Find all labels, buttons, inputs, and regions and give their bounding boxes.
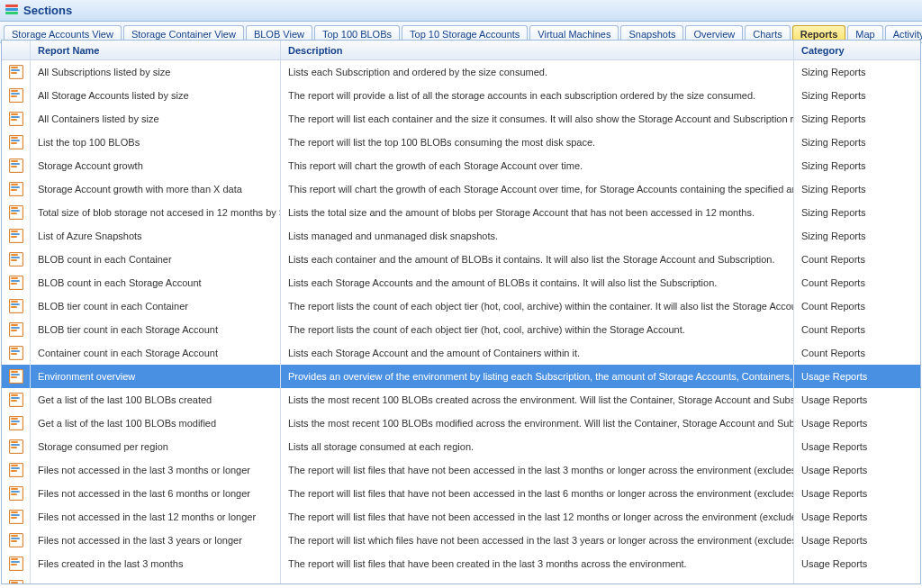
cell-description: The report will list files that have bee…: [281, 552, 794, 575]
cell-description: The report will list files that have not…: [281, 505, 794, 529]
cell-report-name: Storage Account growth with more than X …: [31, 177, 281, 201]
report-icon: [2, 177, 31, 201]
cell-report-name: BLOB count in each Container: [31, 248, 281, 271]
table-row[interactable]: Files created in the last 3 monthsThe re…: [2, 552, 920, 575]
report-icon: [2, 575, 31, 583]
cell-report-name: List the top 100 BLOBs: [31, 131, 281, 154]
cell-category: Usage Reports: [794, 529, 920, 552]
cell-category: Sizing Reports: [794, 60, 920, 84]
cell-description: Lists each container and the amount of B…: [281, 248, 794, 271]
cell-description: This report will chart the growth of eac…: [281, 177, 794, 201]
report-icon: [2, 365, 31, 388]
table-row[interactable]: BLOB tier count in each ContainerThe rep…: [2, 294, 920, 318]
cell-report-name: Environment overview: [31, 365, 281, 388]
cell-description: The report will list each container and …: [281, 107, 794, 131]
cell-category: Count Reports: [794, 318, 920, 341]
column-header-name[interactable]: Report Name: [31, 41, 281, 59]
cell-description: Lists managed and unmanaged disk snapsho…: [281, 224, 794, 248]
report-icon: [2, 60, 31, 84]
cell-category: Sizing Reports: [794, 84, 920, 107]
column-header-category[interactable]: Category: [794, 41, 920, 59]
cell-report-name: List of Azure Snapshots: [31, 224, 281, 248]
column-header-icon[interactable]: [2, 41, 31, 59]
cell-report-name: Files created in the last 6 months: [31, 575, 281, 583]
report-icon: [2, 131, 31, 154]
report-icon: [2, 84, 31, 107]
table-row[interactable]: Get a list of the last 100 BLOBs created…: [2, 388, 920, 412]
cell-description: This report will chart the growth of eac…: [281, 154, 794, 177]
cell-category: Count Reports: [794, 271, 920, 294]
cell-category: Usage Reports: [794, 365, 920, 388]
cell-category: Sizing Reports: [794, 201, 920, 224]
cell-report-name: All Containers listed by size: [31, 107, 281, 131]
table-row[interactable]: Environment overviewProvides an overview…: [2, 365, 920, 388]
cell-category: Sizing Reports: [794, 154, 920, 177]
table-row[interactable]: All Storage Accounts listed by sizeThe r…: [2, 84, 920, 107]
cell-report-name: All Storage Accounts listed by size: [31, 84, 281, 107]
table-row[interactable]: BLOB count in each ContainerLists each c…: [2, 248, 920, 271]
table-row[interactable]: List the top 100 BLOBsThe report will li…: [2, 131, 920, 154]
cell-category: Usage Reports: [794, 575, 920, 583]
table-row[interactable]: Storage consumed per regionLists all sto…: [2, 435, 920, 458]
cell-category: Count Reports: [794, 341, 920, 365]
column-header-description[interactable]: Description: [281, 41, 794, 59]
app-icon: [5, 5, 18, 17]
cell-description: The report will list the top 100 BLOBs c…: [281, 131, 794, 154]
cell-category: Usage Reports: [794, 388, 920, 412]
cell-description: Lists each Storage Accounts and the amou…: [281, 271, 794, 294]
table-row[interactable]: Files created in the last 6 monthsThe re…: [2, 575, 920, 583]
cell-description: Provides an overview of the environment …: [281, 365, 794, 388]
table-row[interactable]: Get a list of the last 100 BLOBs modifie…: [2, 412, 920, 435]
table-row[interactable]: Files not accessed in the last 3 years o…: [2, 529, 920, 552]
table-row[interactable]: All Subscriptions listed by sizeLists ea…: [2, 60, 920, 84]
table-row[interactable]: All Containers listed by sizeThe report …: [2, 107, 920, 131]
cell-category: Sizing Reports: [794, 107, 920, 131]
cell-description: Lists the most recent 100 BLOBs modified…: [281, 412, 794, 435]
report-icon: [2, 248, 31, 271]
cell-category: Usage Reports: [794, 552, 920, 575]
window-title: Sections: [23, 4, 72, 17]
report-icon: [2, 458, 31, 482]
cell-category: Sizing Reports: [794, 177, 920, 201]
report-icon: [2, 529, 31, 552]
table-row[interactable]: BLOB tier count in each Storage AccountT…: [2, 318, 920, 341]
table-row[interactable]: Files not accessed in the last 3 months …: [2, 458, 920, 482]
report-icon: [2, 505, 31, 529]
table-row[interactable]: BLOB count in each Storage AccountLists …: [2, 271, 920, 294]
report-icon: [2, 154, 31, 177]
reports-grid: Report Name Description Category All Sub…: [1, 40, 921, 584]
cell-report-name: Storage consumed per region: [31, 435, 281, 458]
cell-report-name: BLOB tier count in each Storage Account: [31, 318, 281, 341]
cell-description: The report lists the count of each objec…: [281, 318, 794, 341]
cell-category: Usage Reports: [794, 505, 920, 529]
table-row[interactable]: List of Azure SnapshotsLists managed and…: [2, 224, 920, 248]
report-icon: [2, 482, 31, 505]
table-row[interactable]: Files not accessed in the last 6 months …: [2, 482, 920, 505]
table-row[interactable]: Container count in each Storage AccountL…: [2, 341, 920, 365]
cell-report-name: Files not accessed in the last 12 months…: [31, 505, 281, 529]
table-row[interactable]: Storage Account growthThis report will c…: [2, 154, 920, 177]
cell-description: The report will provide a list of all th…: [281, 84, 794, 107]
cell-category: Usage Reports: [794, 412, 920, 435]
report-icon: [2, 294, 31, 318]
cell-description: Lists all storage consumed at each regio…: [281, 435, 794, 458]
cell-description: Lists the total size and the amount of b…: [281, 201, 794, 224]
table-row[interactable]: Storage Account growth with more than X …: [2, 177, 920, 201]
cell-report-name: Files created in the last 3 months: [31, 552, 281, 575]
cell-category: Usage Reports: [794, 435, 920, 458]
cell-report-name: Files not accessed in the last 3 months …: [31, 458, 281, 482]
cell-description: The report will list files that have not…: [281, 482, 794, 505]
cell-description: The report lists the count of each objec…: [281, 294, 794, 318]
grid-body[interactable]: All Subscriptions listed by sizeLists ea…: [2, 60, 920, 583]
report-icon: [2, 552, 31, 575]
report-icon: [2, 412, 31, 435]
report-icon: [2, 388, 31, 412]
cell-description: Lists the most recent 100 BLOBs created …: [281, 388, 794, 412]
table-row[interactable]: Files not accessed in the last 12 months…: [2, 505, 920, 529]
table-row[interactable]: Total size of blob storage not accesed i…: [2, 201, 920, 224]
cell-report-name: BLOB tier count in each Container: [31, 294, 281, 318]
report-icon: [2, 435, 31, 458]
cell-description: Lists each Storage Account and the amoun…: [281, 341, 794, 365]
report-icon: [2, 271, 31, 294]
cell-report-name: Storage Account growth: [31, 154, 281, 177]
